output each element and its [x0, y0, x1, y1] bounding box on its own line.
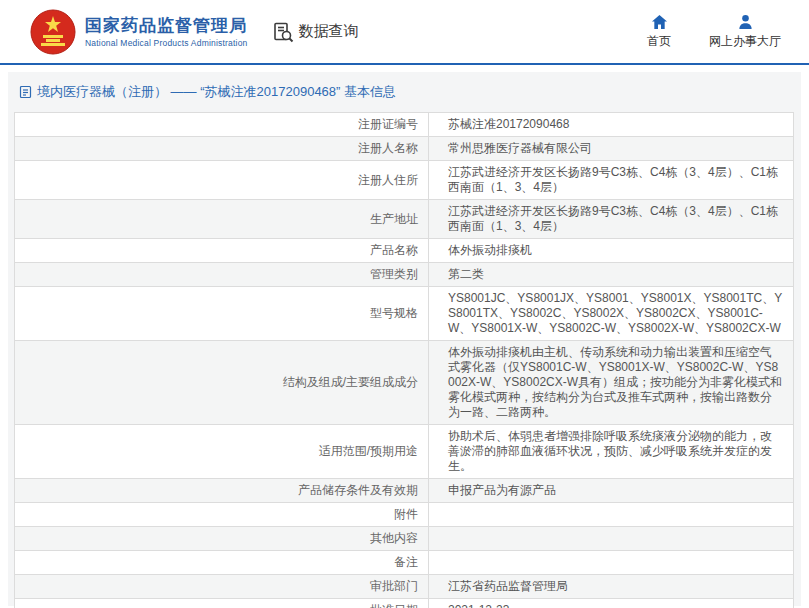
- brand-text: 国家药品监督管理局 National Medical Products Admi…: [85, 16, 248, 48]
- data-query-section[interactable]: 数据查询: [272, 21, 359, 43]
- table-row: 型号规格YS8001JC、YS8001JX、YS8001、YS8001X、YS8…: [15, 287, 794, 341]
- row-value: 常州思雅医疗器械有限公司: [429, 137, 794, 161]
- agency-name-en: National Medical Products Administration: [85, 38, 248, 48]
- row-value: 体外振动排痰机由主机、传动系统和动力输出装置和压缩空气式雾化器（仅YS8001C…: [429, 341, 794, 425]
- row-label: 其他内容: [15, 527, 429, 551]
- table-row: 产品名称体外振动排痰机: [15, 239, 794, 263]
- row-value: 协助术后、体弱患者增强排除呼吸系统痰液分泌物的能力，改善淤滞的肺部血液循环状况，…: [429, 425, 794, 479]
- table-row: 结构及组成/主要组成成分体外振动排痰机由主机、传动系统和动力输出装置和压缩空气式…: [15, 341, 794, 425]
- row-value: 江苏省药品监督管理局: [429, 575, 794, 599]
- row-value: 第二类: [429, 263, 794, 287]
- table-row: 适用范围/预期用途协助术后、体弱患者增强排除呼吸系统痰液分泌物的能力，改善淤滞的…: [15, 425, 794, 479]
- row-value: YS8001JC、YS8001JX、YS8001、YS8001X、YS8001T…: [429, 287, 794, 341]
- row-label: 批准日期: [15, 599, 429, 608]
- nav-service-hall[interactable]: 网上办事大厅: [709, 14, 781, 50]
- table-row: 注册人住所江苏武进经济开发区长扬路9号C3栋、C4栋（3、4层）、C1栋西南面（…: [15, 161, 794, 200]
- detail-table: 注册证编号苏械注准20172090468注册人名称常州思雅医疗器械有限公司注册人…: [14, 112, 794, 608]
- header-nav: 首页 网上办事大厅: [647, 14, 781, 50]
- row-label: 注册人住所: [15, 161, 429, 200]
- table-row: 生产地址江苏武进经济开发区长扬路9号C3栋、C4栋（3、4层）、C1栋西南面（1…: [15, 200, 794, 239]
- table-row: 其他内容: [15, 527, 794, 551]
- brand[interactable]: 国家药品监督管理局 National Medical Products Admi…: [30, 9, 248, 55]
- data-query-icon: [272, 21, 294, 43]
- row-value: 江苏武进经济开发区长扬路9号C3栋、C4栋（3、4层）、C1栋西南面（1、3、4…: [429, 200, 794, 239]
- table-row: 注册证编号苏械注准20172090468: [15, 113, 794, 137]
- row-label: 产品名称: [15, 239, 429, 263]
- table-row: 审批部门江苏省药品监督管理局: [15, 575, 794, 599]
- home-icon: [651, 14, 668, 30]
- table-row: 管理类别第二类: [15, 263, 794, 287]
- row-value: 苏械注准20172090468: [429, 113, 794, 137]
- emblem-logo: [30, 9, 76, 55]
- row-value: 2021-12-23: [429, 599, 794, 608]
- table-row: 附件: [15, 503, 794, 527]
- row-label: 审批部门: [15, 575, 429, 599]
- row-label: 备注: [15, 551, 429, 575]
- table-row: 注册人名称常州思雅医疗器械有限公司: [15, 137, 794, 161]
- row-label: 适用范围/预期用途: [15, 425, 429, 479]
- row-value: [429, 527, 794, 551]
- row-value: [429, 551, 794, 575]
- row-label: 型号规格: [15, 287, 429, 341]
- row-label: 产品储存条件及有效期: [15, 479, 429, 503]
- table-row: 产品储存条件及有效期申报产品为有源产品: [15, 479, 794, 503]
- row-label: 生产地址: [15, 200, 429, 239]
- row-value: 江苏武进经济开发区长扬路9号C3栋、C4栋（3、4层）、C1栋西南面（1、3、4…: [429, 161, 794, 200]
- breadcrumb-text: 境内医疗器械（注册） —— “苏械注准20172090468” 基本信息: [37, 83, 396, 101]
- row-label: 附件: [15, 503, 429, 527]
- row-value: 申报产品为有源产品: [429, 479, 794, 503]
- content-panel: 境内医疗器械（注册） —— “苏械注准20172090468” 基本信息 注册证…: [8, 72, 801, 606]
- table-row: 备注: [15, 551, 794, 575]
- row-value: [429, 503, 794, 527]
- nav-home[interactable]: 首页: [647, 14, 671, 50]
- row-label: 注册人名称: [15, 137, 429, 161]
- nav-service-hall-label: 网上办事大厅: [709, 33, 781, 50]
- data-query-label: 数据查询: [299, 22, 359, 41]
- row-label: 管理类别: [15, 263, 429, 287]
- row-label: 结构及组成/主要组成成分: [15, 341, 429, 425]
- row-label: 注册证编号: [15, 113, 429, 137]
- agency-name-cn: 国家药品监督管理局: [85, 16, 248, 36]
- table-row: 批准日期2021-12-23: [15, 599, 794, 608]
- row-value: 体外振动排痰机: [429, 239, 794, 263]
- document-icon: [19, 85, 32, 99]
- site-header: 国家药品监督管理局 National Medical Products Admi…: [0, 0, 809, 65]
- nav-home-label: 首页: [647, 33, 671, 50]
- breadcrumb: 境内医疗器械（注册） —— “苏械注准20172090468” 基本信息: [8, 72, 801, 111]
- user-icon: [737, 14, 754, 30]
